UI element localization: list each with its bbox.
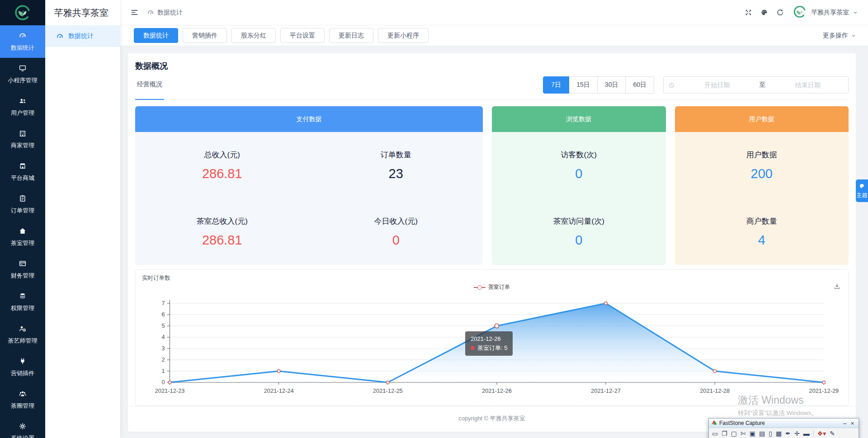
metric: 今日收入(元)0	[309, 198, 483, 265]
faststone-capture-window[interactable]: FastStone Capture – × ▭❐▢✄▣▤▯▦✒✛▬❖▾✎	[708, 418, 859, 438]
svg-text:0: 0	[161, 379, 165, 386]
metric: 商户数量4	[675, 198, 849, 265]
stat-card-body: 总收入(元)286.81订单数量23茶室总收入(元)286.81今日收入(元)0	[135, 132, 483, 265]
capture-fullscreen-icon[interactable]: ▣	[750, 430, 755, 437]
sidebar-item-miniprogram[interactable]: 小程序管理	[0, 58, 45, 90]
stat-card-payment: 支付数据总收入(元)286.81订单数量23茶室总收入(元)286.81今日收入…	[135, 106, 483, 265]
stat-card-title: 用户数据	[675, 106, 849, 132]
metric: 订单数量23	[309, 132, 483, 198]
topbar-actions: 芊雅共享茶室	[745, 4, 858, 21]
capture-active-window-icon[interactable]: ▭	[712, 430, 718, 437]
metric: 用户数据200	[675, 132, 849, 198]
submenu-item-data-stats[interactable]: 数据统计	[45, 25, 120, 47]
theme-switcher-tab[interactable]: 主题	[856, 179, 868, 202]
capture-rectangle-icon[interactable]: ▢	[731, 430, 737, 437]
sidebar-item-platform-mall[interactable]: 平台商城	[0, 155, 45, 188]
ruler-icon[interactable]: ▬	[803, 430, 810, 437]
minimize-button[interactable]: –	[841, 419, 849, 428]
start-date-input[interactable]	[677, 81, 758, 89]
metric-value: 286.81	[202, 233, 242, 248]
stat-cards-row: 支付数据总收入(元)286.81订单数量23茶室总收入(元)286.81今日收入…	[135, 106, 849, 265]
sidebar-app-title: 芊雅共享茶室	[45, 0, 120, 25]
metric: 茶室访问量(次)0	[492, 198, 666, 265]
end-date-input[interactable]	[768, 81, 849, 89]
screen-recorder-icon[interactable]: ▦	[776, 430, 782, 437]
svg-text:2021-12-25: 2021-12-25	[373, 387, 403, 394]
range-button-30d[interactable]: 30日	[597, 76, 626, 94]
user-name: 芊雅共享茶室	[811, 9, 849, 17]
user-group-icon	[19, 390, 27, 398]
svg-text:2021-12-23: 2021-12-23	[155, 387, 185, 394]
sidebar-item-tea-circle[interactable]: 茶圈管理	[0, 383, 45, 416]
metric-label: 商户数量	[746, 216, 777, 226]
tab-marketing-plugin[interactable]: 营销插件	[183, 28, 227, 43]
sidebar-item-tearooms[interactable]: 茶室管理	[0, 221, 45, 253]
capture-fixed-region-icon[interactable]: ▯	[769, 430, 772, 437]
download-chart-icon[interactable]	[833, 283, 841, 290]
collapse-sidebar-icon[interactable]	[130, 8, 139, 17]
settings-palette-icon[interactable]: ❖▾	[817, 430, 826, 437]
date-range-picker[interactable]: 至	[663, 76, 849, 94]
edit-pen-icon[interactable]: ✎	[830, 430, 835, 437]
svg-text:2021-12-27: 2021-12-27	[591, 387, 621, 394]
svg-text:2: 2	[161, 356, 165, 363]
fullscreen-icon[interactable]	[745, 9, 752, 16]
tab-data-stats[interactable]: 数据统计	[134, 28, 178, 43]
close-button[interactable]: ×	[849, 419, 856, 428]
range-button-group: 7日15日30日60日	[543, 76, 654, 94]
sidebar-item-system-settings[interactable]: 系统设置	[0, 416, 45, 438]
svg-text:1: 1	[161, 367, 165, 374]
tab-update-miniprogram[interactable]: 更新小程序	[378, 28, 429, 43]
sidebar-item-label: 数据统计	[11, 44, 34, 52]
stat-card-title: 浏览数据	[492, 106, 666, 132]
order-area-chart[interactable]: 012345672021-12-232021-12-242021-12-2520…	[142, 297, 842, 403]
metric-label: 订单数量	[381, 150, 411, 160]
chart-legend-item[interactable]: 茶室订单	[474, 283, 510, 291]
tab-shareholder-bonus[interactable]: 股东分红	[231, 28, 276, 43]
breadcrumb[interactable]: 数据统计	[147, 9, 183, 17]
sidebar-item-permissions[interactable]: 权限管理	[0, 286, 45, 318]
chart-title: 实时订单数	[142, 274, 842, 282]
stat-card-body: 访客数(次)0茶室访问量(次)0	[492, 132, 666, 265]
tab-business-overview[interactable]: 经营概况	[135, 74, 164, 96]
tab-platform-settings[interactable]: 平台设置	[280, 28, 325, 43]
sidebar-item-marketing-plugin[interactable]: 营销插件	[0, 351, 45, 383]
app-logo[interactable]	[0, 0, 45, 25]
capture-window-icon[interactable]: ❐	[722, 430, 727, 437]
refresh-icon[interactable]	[776, 9, 784, 16]
palette-icon[interactable]	[760, 9, 768, 16]
range-button-15d[interactable]: 15日	[569, 76, 598, 94]
metric: 总收入(元)286.81	[135, 132, 309, 198]
stat-card-user: 用户数据用户数据200商户数量4	[675, 106, 849, 265]
tab-changelog[interactable]: 更新日志	[329, 28, 373, 43]
range-button-7d[interactable]: 7日	[543, 76, 569, 94]
metric: 访客数(次)0	[492, 132, 666, 198]
date-separator: 至	[758, 81, 768, 89]
clipboard-icon	[19, 194, 27, 203]
user-menu[interactable]: 芊雅共享茶室	[792, 4, 858, 21]
coins-icon	[19, 292, 27, 300]
sidebar-item-merchants[interactable]: 商家管理	[0, 123, 45, 155]
crosshair-icon[interactable]: ✛	[794, 430, 800, 437]
faststone-titlebar[interactable]: FastStone Capture – ×	[709, 419, 859, 428]
metric-value: 200	[751, 166, 773, 181]
metric-value: 286.81	[202, 166, 242, 181]
more-operations-button[interactable]: 更多操作	[823, 32, 856, 40]
chart-plot: 012345672021-12-232021-12-242021-12-2520…	[142, 297, 842, 403]
sidebar-item-users[interactable]: 用户管理	[0, 90, 45, 123]
metric-value: 0	[575, 166, 582, 181]
sidebar-item-finance[interactable]: 财务管理	[0, 253, 45, 286]
sidebar-item-data-stats[interactable]: 数据统计	[0, 25, 45, 58]
storefront-icon	[19, 162, 27, 170]
sidebar-item-orders[interactable]: 订单管理	[0, 188, 45, 221]
eyedropper-icon[interactable]: ✒	[785, 430, 791, 437]
sidebar-item-tea-masters[interactable]: 茶艺师管理	[0, 318, 45, 351]
faststone-toolbar: ▭❐▢✄▣▤▯▦✒✛▬❖▾✎	[709, 428, 859, 438]
capture-freehand-icon[interactable]: ✄	[741, 430, 746, 437]
capture-scrolling-icon[interactable]: ▤	[759, 430, 765, 437]
plug-icon	[19, 357, 27, 365]
faststone-title: FastStone Capture	[719, 420, 841, 426]
metric-value: 23	[389, 166, 403, 181]
range-button-60d[interactable]: 60日	[625, 76, 654, 94]
sidebar-item-label: 小程序管理	[8, 76, 38, 85]
